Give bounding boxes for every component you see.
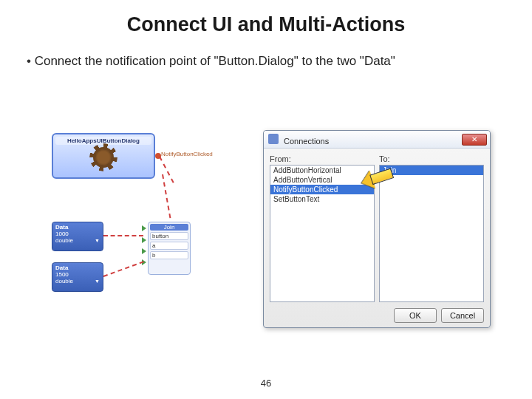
list-item[interactable]: NotifyButtonClicked bbox=[270, 185, 374, 194]
button-dialog-node[interactable]: HelloAppsUIButtonDialog bbox=[52, 133, 155, 179]
close-button[interactable]: ✕ bbox=[462, 134, 487, 146]
connection-wire bbox=[103, 235, 143, 236]
gear-icon bbox=[93, 147, 114, 168]
list-item[interactable]: Join bbox=[380, 166, 483, 175]
connection-wire bbox=[162, 174, 171, 218]
connection-wire bbox=[103, 261, 144, 277]
data-node-2[interactable]: Data 1500 double ▼ bbox=[52, 262, 103, 292]
page-number: 46 bbox=[0, 378, 532, 389]
join-input-port[interactable] bbox=[142, 237, 146, 243]
from-listbox[interactable]: AddButtonHorizontalAddButtonVerticalNoti… bbox=[270, 165, 375, 302]
data-node-label: Data bbox=[55, 265, 100, 271]
list-item[interactable]: SetButtonText bbox=[270, 194, 374, 204]
data-node-1-type: double bbox=[55, 237, 73, 244]
data-node-label: Data bbox=[55, 224, 100, 231]
page-title: Connect UI and Multi-Actions bbox=[0, 0, 532, 36]
dialog-titlebar[interactable]: Connections ✕ bbox=[264, 131, 490, 149]
ok-button[interactable]: OK bbox=[394, 308, 437, 323]
data-node-2-type: double bbox=[55, 278, 73, 284]
bullet-text: Connect the notification point of "Butto… bbox=[0, 36, 532, 69]
list-item[interactable]: AddButtonVertical bbox=[270, 175, 374, 185]
join-input-port[interactable] bbox=[142, 225, 146, 231]
join-node[interactable]: Join button a b bbox=[148, 222, 191, 275]
join-node-title: Join bbox=[150, 224, 188, 231]
to-listbox[interactable]: Join bbox=[379, 165, 484, 302]
notify-output-label: NotifyButtonClicked bbox=[161, 151, 213, 157]
dialog-title: Connections bbox=[284, 137, 329, 146]
connections-dialog: Connections ✕ From: AddButtonHorizontalA… bbox=[263, 130, 491, 328]
join-input-port[interactable] bbox=[142, 248, 146, 254]
node-graph-canvas: HelloAppsUIButtonDialog NotifyButtonClic… bbox=[52, 133, 259, 318]
connections-icon bbox=[268, 134, 279, 144]
to-label: To: bbox=[379, 154, 484, 163]
chevron-down-icon[interactable]: ▼ bbox=[95, 279, 100, 284]
data-node-2-value: 1500 bbox=[55, 271, 100, 278]
data-node-1-value: 1000 bbox=[55, 231, 100, 237]
from-label: From: bbox=[270, 154, 375, 163]
chevron-down-icon[interactable]: ▼ bbox=[95, 238, 100, 243]
data-node-1[interactable]: Data 1000 double ▼ bbox=[52, 222, 103, 251]
join-slot-a: a bbox=[150, 242, 188, 250]
cancel-button[interactable]: Cancel bbox=[441, 308, 484, 323]
join-slot-button: button bbox=[150, 232, 188, 240]
connection-wire bbox=[159, 157, 174, 183]
join-slot-b: b bbox=[150, 251, 188, 259]
